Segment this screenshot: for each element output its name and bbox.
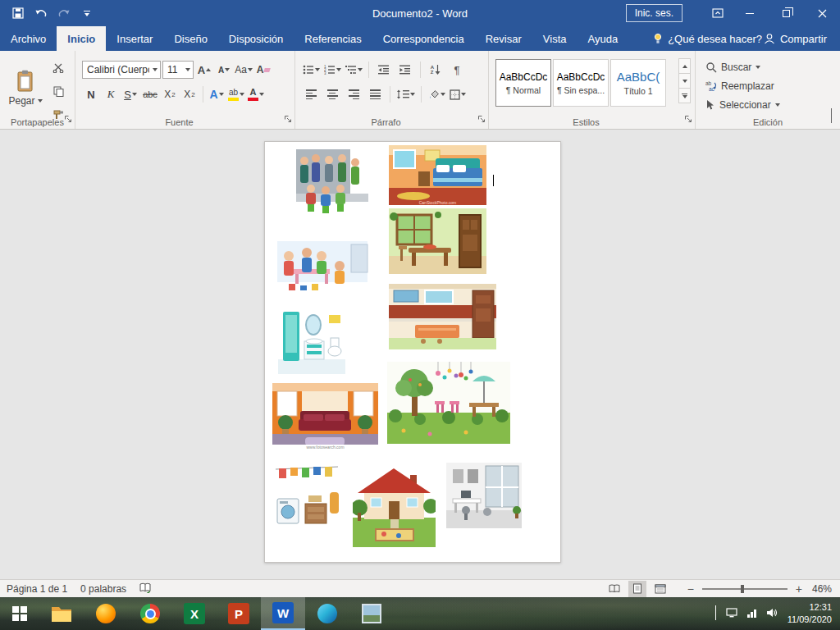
word-count-indicator[interactable]: 0 palabras <box>80 583 126 595</box>
tab-correspondencia[interactable]: Correspondencia <box>372 26 475 51</box>
taskbar-word[interactable]: W <box>261 597 305 630</box>
zoom-slider[interactable] <box>702 588 788 590</box>
taskbar-file-explorer[interactable] <box>39 597 84 630</box>
style-normal[interactable]: AaBbCcDc ¶ Normal <box>495 59 551 107</box>
zoom-out-button[interactable]: − <box>687 582 694 596</box>
justify-button[interactable] <box>366 85 384 103</box>
styles-scroll-up-button[interactable] <box>678 58 691 74</box>
document-image-bedroom[interactable]: CanStockPhoto.com <box>389 145 486 205</box>
ribbon-display-options-button[interactable] <box>704 0 732 26</box>
show-marks-button[interactable]: ¶ <box>448 61 466 79</box>
document-image-house-exterior[interactable] <box>353 459 436 547</box>
taskbar-clock[interactable]: 12:31 11/09/2020 <box>788 601 832 626</box>
tab-vista[interactable]: Vista <box>532 26 578 51</box>
taskbar-powerpoint[interactable]: P <box>217 597 261 630</box>
subscript-button[interactable]: X2 <box>161 85 179 103</box>
tab-archivo[interactable]: Archivo <box>0 26 57 51</box>
volume-icon[interactable] <box>766 606 778 621</box>
font-name-combo[interactable]: Calibri (Cuerpo <box>82 61 161 79</box>
tab-inicio[interactable]: Inicio <box>57 26 106 51</box>
sort-button[interactable]: AZ <box>427 61 445 79</box>
underline-button[interactable]: S <box>121 85 139 103</box>
align-left-button[interactable] <box>302 85 320 103</box>
print-layout-button[interactable] <box>628 581 646 597</box>
tab-revisar[interactable]: Revisar <box>475 26 532 51</box>
font-dialog-launcher[interactable] <box>284 112 292 126</box>
highlight-button[interactable]: ab <box>227 85 245 103</box>
taskbar-chrome[interactable] <box>128 597 172 630</box>
zoom-level[interactable]: 46% <box>807 583 832 595</box>
style-titulo-1[interactable]: AaBbC( Título 1 <box>610 59 666 107</box>
page-count-indicator[interactable]: Página 1 de 1 <box>7 583 67 595</box>
hidden-icons-button[interactable] <box>715 606 716 621</box>
borders-button[interactable] <box>449 85 467 103</box>
increase-indent-button[interactable] <box>396 61 414 79</box>
line-spacing-button[interactable] <box>396 85 415 103</box>
document-image-living-room[interactable]: www.fotosearch.com <box>272 383 378 450</box>
grow-font-button[interactable]: A <box>195 61 213 79</box>
multilevel-list-button[interactable] <box>345 61 363 79</box>
tab-insertar[interactable]: Insertar <box>106 26 163 51</box>
tab-ayuda[interactable]: Ayuda <box>577 26 628 51</box>
start-button[interactable] <box>0 597 39 630</box>
shading-button[interactable] <box>427 85 445 103</box>
find-button[interactable]: Buscar <box>705 59 780 75</box>
copy-button[interactable] <box>49 82 67 100</box>
customize-qat-button[interactable] <box>77 3 97 23</box>
style-sin-espaciado[interactable]: AaBbCcDc ¶ Sin espa... <box>553 59 609 107</box>
numbering-button[interactable]: 123 <box>323 61 341 79</box>
share-button[interactable]: Compartir <box>764 26 840 51</box>
styles-scroll-down-button[interactable] <box>678 73 691 89</box>
tab-referencias[interactable]: Referencias <box>294 26 372 51</box>
tab-diseno[interactable]: Diseño <box>163 26 217 51</box>
sign-in-button[interactable]: Inic. ses. <box>626 4 682 22</box>
superscript-button[interactable]: X2 <box>180 85 199 103</box>
minimize-button[interactable] <box>732 0 768 26</box>
zoom-in-button[interactable]: + <box>796 582 802 596</box>
restore-button[interactable] <box>768 0 804 26</box>
align-center-button[interactable] <box>323 85 341 103</box>
document-image-garden[interactable] <box>387 362 510 444</box>
change-case-button[interactable]: Aa <box>235 61 253 79</box>
bold-button[interactable]: N <box>82 85 100 103</box>
document-image-home-office[interactable] <box>446 463 522 528</box>
italic-button[interactable]: K <box>102 85 120 103</box>
document-image-dining-room[interactable] <box>389 208 486 274</box>
styles-dialog-launcher[interactable] <box>684 112 692 126</box>
taskbar-photos[interactable] <box>349 597 394 630</box>
read-mode-button[interactable] <box>605 581 623 597</box>
bullets-button[interactable] <box>302 61 320 79</box>
document-image-children-room[interactable] <box>272 233 372 296</box>
text-effects-button[interactable]: A <box>208 85 226 103</box>
paste-button[interactable]: Pegar <box>7 57 44 118</box>
document-page[interactable]: CanStockPhoto.com www.fotosearch.com <box>264 141 561 563</box>
cut-button[interactable] <box>49 59 67 77</box>
select-button[interactable]: Seleccionar <box>705 97 780 113</box>
pc-status-icon[interactable] <box>726 606 737 621</box>
proofing-button[interactable] <box>139 582 152 596</box>
paragraph-dialog-launcher[interactable] <box>477 112 486 126</box>
document-image-family-photo[interactable] <box>286 146 378 224</box>
collapse-ribbon-button[interactable] <box>831 109 832 124</box>
zoom-slider-thumb[interactable] <box>741 585 744 593</box>
close-button[interactable] <box>804 0 840 26</box>
web-layout-button[interactable] <box>651 581 669 597</box>
replace-button[interactable]: abac Reemplazar <box>705 78 780 94</box>
taskbar-edge[interactable] <box>305 597 349 630</box>
align-right-button[interactable] <box>345 85 363 103</box>
tab-disposicion[interactable]: Disposición <box>218 26 294 51</box>
shrink-font-button[interactable]: A <box>215 61 233 79</box>
undo-button[interactable] <box>31 3 51 23</box>
font-color-button[interactable]: A <box>247 85 265 103</box>
redo-button[interactable] <box>54 3 74 23</box>
taskbar-excel[interactable]: X <box>172 597 217 630</box>
taskbar-firefox[interactable] <box>84 597 128 630</box>
strikethrough-button[interactable]: abc <box>141 85 159 103</box>
network-icon[interactable] <box>747 609 756 618</box>
clipboard-dialog-launcher[interactable] <box>64 112 72 126</box>
save-button[interactable] <box>8 3 28 23</box>
document-image-kitchen[interactable] <box>389 284 496 349</box>
font-size-combo[interactable]: 11 <box>162 61 194 79</box>
document-image-laundry-room[interactable] <box>272 463 341 528</box>
document-image-bathroom[interactable] <box>278 307 345 374</box>
